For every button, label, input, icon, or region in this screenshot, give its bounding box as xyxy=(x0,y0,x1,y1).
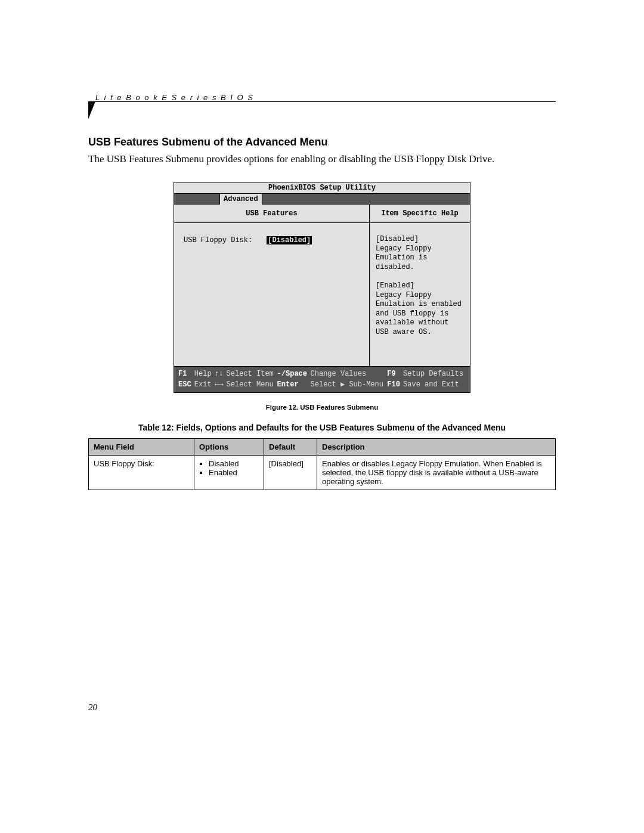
bios-screenshot: PhoenixBIOS Setup Utility Advanced USB F… xyxy=(174,182,470,393)
bios-key-f10[interactable]: F10 xyxy=(387,380,400,389)
bios-right-pane-title: Item Specific Help xyxy=(370,205,470,222)
option-disabled: Disabled xyxy=(209,459,259,468)
th-default: Default xyxy=(264,439,317,456)
td-description: Enables or disables Legacy Floppy Emulat… xyxy=(317,456,556,490)
bios-key-enter[interactable]: Enter xyxy=(277,380,299,389)
td-default: [Disabled] xyxy=(264,456,317,490)
bios-key-leftright[interactable]: ←→ xyxy=(215,380,223,389)
th-description: Description xyxy=(317,439,556,456)
intro-paragraph: The USB Features Submenu provides option… xyxy=(88,153,556,165)
td-options: Disabled Enabled xyxy=(194,456,264,490)
bios-key-f1[interactable]: F1 xyxy=(178,370,187,378)
bios-subheader: USB Features Item Specific Help xyxy=(174,205,470,223)
figure-caption: Figure 12. USB Features Submenu xyxy=(88,404,556,411)
page-content: L i f e B o o k E S e r i e s B I O S US… xyxy=(88,95,556,490)
bios-footer: F1 Help ↑↓ Select Item -/Space Change Va… xyxy=(174,366,470,392)
bios-key-updown[interactable]: ↑↓ xyxy=(215,370,223,378)
bios-action-select-item: Select Item xyxy=(226,368,277,379)
bios-setting-value[interactable]: [Disabled] xyxy=(267,236,312,244)
bios-tab-spacer xyxy=(174,194,219,205)
bios-setting-label: USB Floppy Disk: xyxy=(184,236,252,244)
bios-key-minus-space[interactable]: -/Space xyxy=(277,370,307,378)
bios-action-exit: Exit xyxy=(194,379,214,390)
running-head-text: L i f e B o o k E S e r i e s B I O S xyxy=(95,93,254,102)
bios-body: USB Floppy Disk: [Disabled] [Disabled] L… xyxy=(174,223,470,366)
bios-help-pane: [Disabled] Legacy Floppy Emulation is di… xyxy=(370,223,470,366)
bios-key-esc[interactable]: ESC xyxy=(178,380,191,389)
bios-settings-pane: USB Floppy Disk: [Disabled] xyxy=(174,223,370,366)
bios-action-change-values: Change Values xyxy=(310,368,387,379)
th-menu-field: Menu Field xyxy=(89,439,194,456)
bios-action-help: Help xyxy=(194,368,214,379)
option-enabled: Enabled xyxy=(209,468,259,477)
bios-action-setup-defaults: Setup Defaults xyxy=(402,368,466,379)
bios-tab-spacer xyxy=(262,194,470,205)
td-field: USB Floppy Disk: xyxy=(89,456,194,490)
th-options: Options xyxy=(194,439,264,456)
table-row: USB Floppy Disk: Disabled Enabled [Disab… xyxy=(89,456,556,490)
page-number: 20 xyxy=(88,702,97,713)
bios-setting-usb-floppy[interactable]: USB Floppy Disk: [Disabled] xyxy=(184,236,360,244)
bios-action-sub-menu: Select ▶ Sub-Menu xyxy=(310,379,387,390)
options-table: Menu Field Options Default Description U… xyxy=(88,438,556,490)
bios-action-save-exit: Save and Exit xyxy=(402,379,466,390)
running-head: L i f e B o o k E S e r i e s B I O S xyxy=(88,95,556,113)
bios-tabbar: Advanced xyxy=(174,194,470,205)
bios-tab-advanced[interactable]: Advanced xyxy=(219,194,262,205)
bios-key-f9[interactable]: F9 xyxy=(387,370,395,378)
table-caption: Table 12: Fields, Options and Defaults f… xyxy=(88,423,556,432)
section-heading: USB Features Submenu of the Advanced Men… xyxy=(88,136,556,148)
bios-title: PhoenixBIOS Setup Utility xyxy=(174,182,470,194)
bios-action-select-menu: Select Menu xyxy=(226,379,277,390)
bios-left-pane-title: USB Features xyxy=(174,205,370,222)
